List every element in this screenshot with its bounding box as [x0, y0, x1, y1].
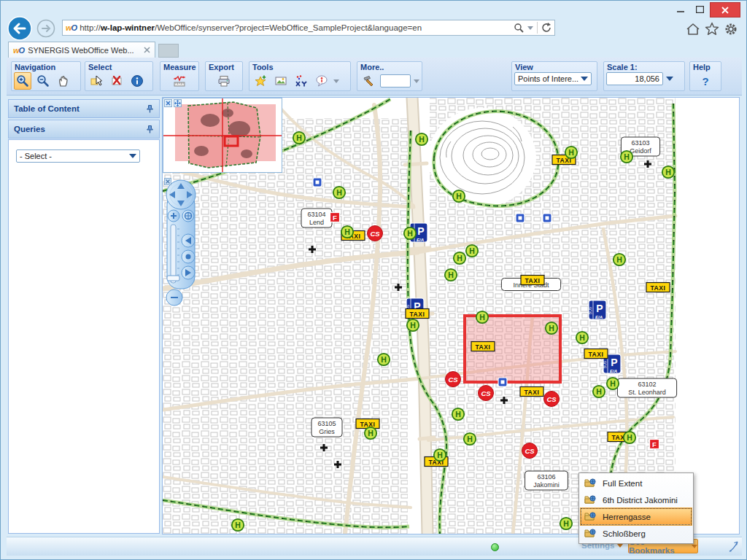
- redline-pen-icon[interactable]: [727, 540, 740, 553]
- toc-panel-header[interactable]: Table of Content: [8, 99, 160, 118]
- print-button[interactable]: [215, 72, 233, 90]
- queries-panel-header[interactable]: Queries: [8, 120, 160, 139]
- bookmark-item[interactable]: Herrengasse: [581, 508, 692, 525]
- bookmark-item[interactable]: Schloßberg: [581, 525, 692, 542]
- search-dropdown-caret[interactable]: [527, 26, 533, 30]
- view-select-value: Points of Intere...: [518, 74, 578, 83]
- refresh-icon[interactable]: [541, 23, 551, 33]
- queries-panel: - Select -: [8, 139, 160, 534]
- url-text: http://w-lap-wintner/WebOffice/synserver…: [80, 23, 514, 32]
- svg-text:TAXI: TAXI: [650, 284, 665, 292]
- group-label-view: View: [512, 62, 597, 72]
- maximize-button[interactable]: [691, 2, 708, 16]
- back-button[interactable]: [7, 15, 33, 42]
- settings-gear-icon[interactable]: [723, 21, 739, 37]
- svg-text:H: H: [616, 255, 622, 264]
- view-select-caret[interactable]: [581, 77, 588, 81]
- district-label-text: 63104: [307, 211, 325, 218]
- export-image-button[interactable]: [272, 72, 290, 90]
- pan-hand-button[interactable]: [55, 72, 72, 90]
- svg-text:CS: CS: [370, 230, 380, 238]
- svg-text:H: H: [455, 410, 461, 419]
- xy-coordinates-button[interactable]: [293, 72, 310, 90]
- settings-caret: [617, 544, 623, 548]
- toolbar-group-scale: Scale 1: 18,056: [603, 61, 685, 91]
- district-label-text: St. Leonhard: [628, 389, 666, 396]
- pin-icon[interactable]: [146, 104, 154, 113]
- svg-text:H: H: [456, 192, 462, 201]
- svg-text:H: H: [410, 321, 416, 330]
- district-label-text: Geidorf: [630, 147, 651, 155]
- pan-zoom-control[interactable]: [164, 178, 198, 308]
- close-button[interactable]: [710, 2, 740, 18]
- geo-bookmark-folder-icon: [584, 478, 597, 488]
- maptip-dropdown-caret[interactable]: [333, 79, 339, 83]
- svg-text:BUS: BUS: [588, 306, 592, 314]
- svg-text:BUS: BUS: [603, 360, 607, 368]
- zoom-out-button[interactable]: [34, 72, 52, 90]
- group-label-navigation: Navigation: [12, 62, 80, 72]
- query-select[interactable]: - Select -: [16, 149, 140, 164]
- group-label-more: More..: [357, 62, 422, 72]
- pin-icon[interactable]: [146, 125, 154, 133]
- home-icon[interactable]: [685, 21, 701, 37]
- toolbar-group-help: Help ?: [689, 61, 721, 91]
- svg-text:H: H: [568, 148, 574, 157]
- svg-text:H: H: [467, 435, 473, 443]
- measure-button[interactable]: [171, 72, 188, 90]
- select-by-rectangle-button[interactable]: [88, 72, 105, 90]
- overview-move-icon[interactable]: [174, 99, 182, 107]
- bookmark-label: Herrengasse: [603, 513, 651, 521]
- overview-close-icon[interactable]: [164, 99, 172, 107]
- forward-button[interactable]: [36, 19, 55, 38]
- zoom-slider-handle: [167, 276, 179, 281]
- favorites-star-icon[interactable]: [704, 21, 720, 37]
- minimize-button[interactable]: [672, 2, 689, 16]
- svg-text:H: H: [457, 254, 462, 262]
- more-combo-field[interactable]: [380, 74, 411, 88]
- svg-text:TAXI: TAXI: [409, 311, 425, 318]
- svg-text:H: H: [368, 429, 374, 438]
- scale-value: 18,056: [635, 74, 659, 83]
- scale-caret[interactable]: [666, 77, 673, 81]
- identify-info-button[interactable]: [128, 72, 146, 90]
- district-label-text: Gries: [319, 428, 335, 435]
- svg-text:CS: CS: [546, 395, 557, 403]
- bookmark-item[interactable]: 6th District Jakomini: [581, 491, 692, 508]
- more-combo-caret[interactable]: [414, 79, 419, 83]
- svg-text:H: H: [549, 324, 554, 332]
- svg-text:H: H: [419, 135, 425, 144]
- bookmark-label: Schloßberg: [603, 529, 646, 538]
- tab-favicon: wO: [13, 46, 24, 55]
- district-label-text: 63102: [638, 381, 656, 388]
- maptip-balloon-button[interactable]: [313, 72, 330, 90]
- help-button[interactable]: ?: [697, 72, 714, 90]
- parking-garage-glyph: [519, 217, 522, 220]
- browser-tab[interactable]: wO SYNERGIS WebOffice Web...: [8, 42, 155, 58]
- address-bar[interactable]: wO http://w-lap-wintner/WebOffice/synser…: [62, 20, 555, 36]
- svg-text:CS: CS: [525, 447, 535, 455]
- weboffice-favicon: wO: [66, 23, 77, 32]
- parking-garage-glyph: [501, 381, 505, 384]
- new-tab-button[interactable]: [158, 44, 179, 58]
- svg-text:F: F: [333, 214, 337, 222]
- svg-text:TAXI: TAXI: [475, 343, 490, 351]
- scale-input[interactable]: 18,056: [606, 72, 663, 85]
- search-icon[interactable]: [514, 23, 524, 33]
- bookmark-item[interactable]: Full Extent: [581, 475, 692, 491]
- geo-bookmarks-menu: Full Extent6th District JakominiHerrenga…: [578, 472, 694, 544]
- tools-hammer-button[interactable]: [360, 72, 377, 90]
- zoom-slider-track: [171, 225, 176, 283]
- toolbar-group-navigation: Navigation: [11, 61, 81, 91]
- query-select-caret[interactable]: [129, 154, 136, 158]
- zoom-in-button[interactable]: [14, 72, 31, 90]
- tab-close-icon[interactable]: [144, 47, 150, 53]
- add-bookmark-star-button[interactable]: [252, 72, 269, 90]
- view-select[interactable]: Points of Intere...: [514, 72, 592, 85]
- svg-text:H: H: [407, 229, 413, 238]
- map-canvas[interactable]: 63103Geidorf63104LendInnere Stadt63102St…: [162, 97, 740, 534]
- clear-selection-button[interactable]: [108, 72, 125, 90]
- overview-map[interactable]: [163, 98, 282, 173]
- svg-text:H: H: [624, 152, 630, 161]
- svg-text:H: H: [469, 246, 475, 255]
